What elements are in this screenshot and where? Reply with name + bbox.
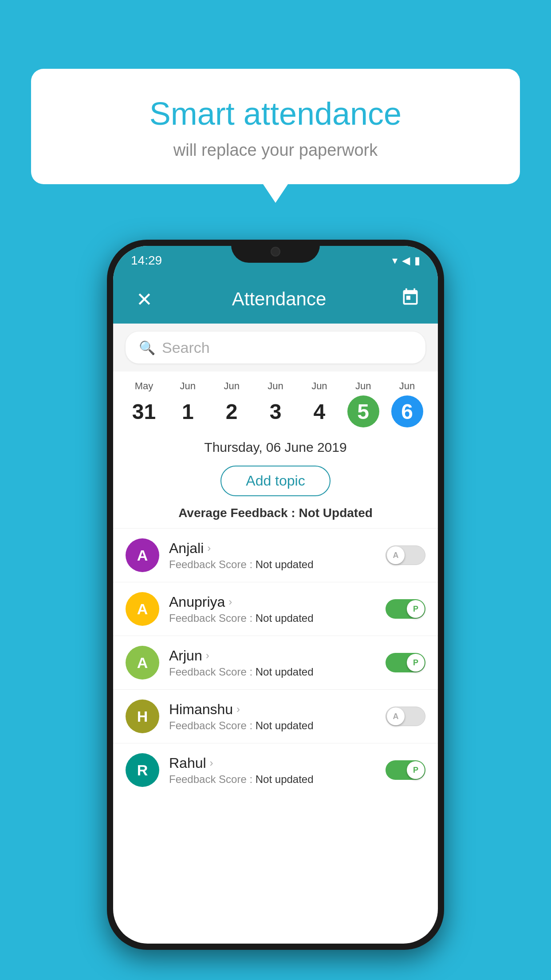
date-month-label: Jun bbox=[385, 380, 429, 392]
attendance-toggle[interactable]: A bbox=[386, 545, 425, 565]
chevron-right-icon: › bbox=[207, 542, 211, 554]
status-icons: ▾ ◀ ▮ bbox=[392, 254, 420, 267]
speech-bubble-container: Smart attendance will replace your paper… bbox=[31, 69, 520, 184]
date-scroller: May31Jun1Jun2Jun3Jun4Jun5Jun6 bbox=[113, 371, 438, 432]
add-topic-container: Add topic bbox=[113, 459, 438, 502]
student-row[interactable]: AArjun ›Feedback Score : Not updatedP bbox=[113, 636, 438, 689]
chevron-right-icon: › bbox=[236, 703, 240, 715]
student-feedback: Feedback Score : Not updated bbox=[169, 558, 376, 571]
date-column[interactable]: Jun3 bbox=[254, 380, 298, 427]
student-feedback: Feedback Score : Not updated bbox=[169, 666, 376, 678]
date-column[interactable]: May31 bbox=[122, 380, 166, 427]
selected-date-text: Thursday, 06 June 2019 bbox=[122, 440, 429, 455]
search-bar[interactable]: 🔍 Search bbox=[126, 332, 425, 364]
date-column[interactable]: Jun5 bbox=[341, 380, 385, 427]
speech-bubble-title: Smart attendance bbox=[53, 95, 498, 132]
student-avatar: A bbox=[126, 646, 159, 680]
signal-icon: ◀ bbox=[402, 254, 410, 267]
avg-feedback-label: Average Feedback : bbox=[178, 506, 299, 520]
wifi-icon: ▾ bbox=[392, 254, 398, 267]
student-list: AAnjali ›Feedback Score : Not updatedAAA… bbox=[113, 528, 438, 797]
date-column[interactable]: Jun1 bbox=[166, 380, 210, 427]
student-avatar: H bbox=[126, 699, 159, 733]
search-icon: 🔍 bbox=[139, 340, 155, 356]
student-name: Arjun › bbox=[169, 648, 376, 664]
selected-date-info: Thursday, 06 June 2019 bbox=[113, 432, 438, 459]
speech-bubble: Smart attendance will replace your paper… bbox=[31, 69, 520, 184]
date-day-label: 5 bbox=[347, 395, 379, 427]
date-column[interactable]: Jun6 bbox=[385, 380, 429, 427]
attendance-toggle[interactable]: P bbox=[386, 760, 425, 780]
attendance-toggle[interactable]: P bbox=[386, 599, 425, 619]
date-month-label: May bbox=[122, 380, 166, 392]
attendance-toggle[interactable]: A bbox=[386, 707, 425, 726]
student-feedback: Feedback Score : Not updated bbox=[169, 719, 376, 732]
student-feedback: Feedback Score : Not updated bbox=[169, 773, 376, 786]
student-info: Arjun ›Feedback Score : Not updated bbox=[169, 648, 376, 678]
date-day-label: 2 bbox=[216, 395, 248, 427]
student-row[interactable]: AAnjali ›Feedback Score : Not updatedA bbox=[113, 528, 438, 582]
chevron-right-icon: › bbox=[206, 649, 209, 662]
toggle-knob: A bbox=[387, 707, 405, 725]
date-day-label: 31 bbox=[128, 395, 160, 427]
status-time: 14:29 bbox=[131, 253, 162, 268]
avg-feedback: Average Feedback : Not Updated bbox=[113, 502, 438, 528]
date-month-label: Jun bbox=[254, 380, 298, 392]
phone-screen: 14:29 ▾ ◀ ▮ ✕ Attendance bbox=[113, 246, 438, 944]
battery-icon: ▮ bbox=[414, 254, 420, 267]
date-day-label: 4 bbox=[303, 395, 335, 427]
toggle-knob: P bbox=[407, 600, 425, 618]
phone-notch bbox=[231, 240, 320, 263]
avg-feedback-value: Not Updated bbox=[299, 506, 372, 520]
search-placeholder: Search bbox=[162, 339, 210, 356]
date-column[interactable]: Jun4 bbox=[297, 380, 341, 427]
student-info: Anjali ›Feedback Score : Not updated bbox=[169, 540, 376, 571]
header-title: Attendance bbox=[232, 288, 327, 310]
date-month-label: Jun bbox=[341, 380, 385, 392]
date-day-label: 6 bbox=[391, 395, 423, 427]
speech-bubble-subtitle: will replace your paperwork bbox=[53, 141, 498, 160]
student-avatar: A bbox=[126, 538, 159, 572]
student-row[interactable]: HHimanshu ›Feedback Score : Not updatedA bbox=[113, 689, 438, 743]
chevron-right-icon: › bbox=[228, 596, 232, 608]
date-day-label: 3 bbox=[260, 395, 291, 427]
phone-frame: 14:29 ▾ ◀ ▮ ✕ Attendance bbox=[107, 240, 444, 950]
student-row[interactable]: RRahul ›Feedback Score : Not updatedP bbox=[113, 743, 438, 797]
phone-camera bbox=[271, 247, 280, 257]
student-feedback: Feedback Score : Not updated bbox=[169, 612, 376, 624]
close-button[interactable]: ✕ bbox=[131, 288, 157, 311]
student-avatar: R bbox=[126, 753, 159, 787]
student-info: Himanshu ›Feedback Score : Not updated bbox=[169, 701, 376, 732]
student-name: Anupriya › bbox=[169, 594, 376, 610]
add-topic-button[interactable]: Add topic bbox=[220, 466, 330, 496]
student-info: Rahul ›Feedback Score : Not updated bbox=[169, 755, 376, 786]
student-name: Himanshu › bbox=[169, 701, 376, 718]
date-month-label: Jun bbox=[210, 380, 254, 392]
student-name: Anjali › bbox=[169, 540, 376, 557]
student-info: Anupriya ›Feedback Score : Not updated bbox=[169, 594, 376, 624]
toggle-knob: A bbox=[387, 546, 405, 564]
toggle-knob: P bbox=[407, 654, 425, 672]
search-container: 🔍 Search bbox=[113, 324, 438, 371]
student-name: Rahul › bbox=[169, 755, 376, 771]
date-column[interactable]: Jun2 bbox=[210, 380, 254, 427]
date-month-label: Jun bbox=[297, 380, 341, 392]
student-row[interactable]: AAnupriya ›Feedback Score : Not updatedP bbox=[113, 582, 438, 636]
student-avatar: A bbox=[126, 592, 159, 626]
attendance-toggle[interactable]: P bbox=[386, 653, 425, 672]
app-header: ✕ Attendance bbox=[113, 275, 438, 324]
date-month-label: Jun bbox=[166, 380, 210, 392]
toggle-knob: P bbox=[407, 761, 425, 779]
phone-container: 14:29 ▾ ◀ ▮ ✕ Attendance bbox=[107, 240, 444, 950]
chevron-right-icon: › bbox=[210, 757, 213, 769]
calendar-button[interactable] bbox=[401, 288, 420, 311]
app-content: 🔍 Search May31Jun1Jun2Jun3Jun4Jun5Jun6 T… bbox=[113, 324, 438, 797]
date-day-label: 1 bbox=[172, 395, 204, 427]
